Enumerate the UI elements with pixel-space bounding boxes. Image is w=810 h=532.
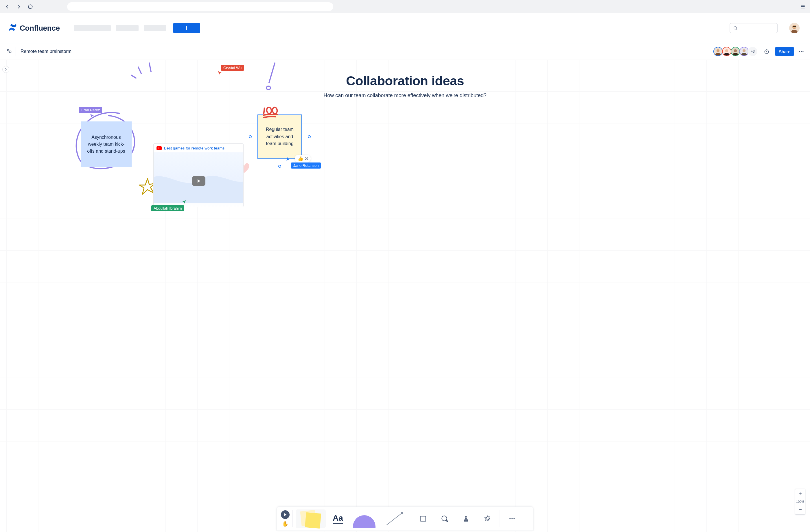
sticker-tool[interactable] — [478, 510, 497, 528]
hamburger-icon[interactable] — [799, 3, 807, 11]
canvas-heading: Collaboration ideas — [346, 73, 464, 88]
selection-handle[interactable] — [278, 165, 281, 168]
whiteboard-toolbar: ✋ Aa — [277, 506, 533, 531]
create-button[interactable] — [173, 23, 200, 33]
svg-point-19 — [266, 86, 271, 90]
svg-point-26 — [465, 516, 467, 518]
svg-point-28 — [512, 518, 513, 519]
svg-rect-6 — [9, 51, 11, 53]
zoom-in-button[interactable]: + — [795, 489, 805, 499]
toolbar-more-icon[interactable] — [503, 510, 521, 528]
svg-point-16 — [799, 51, 800, 52]
svg-point-29 — [514, 518, 515, 519]
youtube-icon — [157, 146, 162, 150]
cursor-arrow-icon — [182, 199, 186, 205]
svg-point-18 — [803, 51, 803, 52]
text-tool[interactable]: Aa — [329, 510, 347, 528]
svg-line-22 — [387, 513, 402, 525]
hundred-sticker-icon — [261, 106, 280, 120]
svg-point-23 — [401, 512, 403, 514]
cursor-tag-crystal: Crystal Wu — [221, 65, 244, 71]
page-title: Remote team brainstorm — [20, 49, 71, 54]
line-icon — [384, 510, 405, 527]
expand-sidebar-icon[interactable] — [2, 66, 9, 73]
sticky-thumb-icon — [298, 510, 323, 527]
presence-overflow[interactable]: +3 — [748, 47, 757, 56]
line-tool[interactable] — [381, 510, 408, 528]
canvas-subtitle: How can our team collaborate more effect… — [323, 93, 486, 99]
search-input[interactable] — [730, 23, 778, 33]
timer-icon[interactable] — [762, 47, 771, 56]
cursor-arrow-icon — [286, 156, 291, 163]
sticky-yellow-group: Regular team activities and team buildin… — [257, 115, 302, 159]
svg-rect-4 — [793, 26, 796, 27]
presence-avatar[interactable] — [731, 47, 740, 56]
svg-point-27 — [509, 518, 511, 519]
frame-icon — [419, 515, 427, 522]
template-tool[interactable] — [414, 510, 433, 528]
play-icon[interactable] — [192, 176, 206, 186]
zoom-out-button[interactable]: − — [795, 504, 805, 514]
thumbs-up-icon: 👍 — [298, 156, 304, 161]
exclamation-doodle-icon — [263, 62, 278, 92]
video-thumbnail — [153, 152, 243, 207]
confluence-icon — [9, 23, 17, 33]
smart-tool[interactable] — [435, 510, 454, 528]
hand-tool-icon[interactable]: ✋ — [282, 521, 288, 527]
sticky-note-blue[interactable]: Asynchronous weekly team kick-offs and s… — [81, 121, 132, 167]
video-embed[interactable]: Best games for remote work teams — [153, 144, 244, 207]
svg-point-0 — [734, 27, 736, 29]
video-title: Best games for remote work teams — [164, 146, 225, 150]
svg-point-5 — [7, 49, 9, 51]
svg-rect-24 — [421, 517, 425, 521]
nav-placeholder[interactable] — [144, 25, 166, 31]
svg-point-10 — [725, 49, 728, 52]
sticky-note-yellow[interactable]: Regular team activities and team buildin… — [257, 115, 302, 159]
semicircle-icon — [353, 510, 375, 528]
reaction-count: 3 — [305, 156, 308, 161]
globe-arrow-icon — [441, 515, 449, 522]
svg-point-21 — [272, 107, 278, 114]
nav-placeholder[interactable] — [116, 25, 139, 31]
svg-point-12 — [734, 49, 737, 52]
whiteboard-canvas[interactable]: Collaboration ideas How can our team col… — [0, 60, 810, 532]
doc-header: Remote team brainstorm +3 Share — [0, 44, 810, 60]
reaction-thumbs[interactable]: 👍 3 — [295, 155, 311, 163]
avatar[interactable] — [789, 23, 799, 33]
more-actions-icon[interactable] — [797, 47, 806, 56]
cursor-tag-abdullah: Abdullah Ibrahim — [151, 205, 184, 211]
selection-handle[interactable] — [249, 135, 252, 138]
zoom-controls: + 100% − — [795, 488, 805, 515]
stamp-tool[interactable] — [457, 510, 475, 528]
svg-point-17 — [801, 51, 801, 52]
svg-point-8 — [716, 49, 720, 52]
refresh-icon[interactable] — [27, 3, 34, 11]
zoom-value: 100% — [796, 499, 804, 504]
pointer-tool-icon[interactable] — [281, 510, 290, 519]
nav-placeholder[interactable] — [74, 25, 111, 31]
forward-icon[interactable] — [15, 3, 22, 11]
svg-point-14 — [743, 49, 746, 52]
presence-avatar[interactable] — [713, 47, 723, 56]
browser-chrome — [0, 0, 810, 13]
cursor-tag-jane: Jane Rotanson — [291, 163, 321, 169]
back-icon[interactable] — [3, 3, 11, 11]
stamp-icon — [462, 515, 470, 522]
app-name: Confluence — [20, 24, 60, 33]
share-button[interactable]: Share — [775, 47, 794, 56]
rays-doodle-icon — [128, 62, 154, 83]
presence-avatar[interactable] — [740, 47, 749, 56]
app-header: Confluence — [0, 13, 810, 43]
presence-avatar[interactable] — [722, 47, 731, 56]
sticky-tool[interactable] — [296, 510, 326, 528]
url-bar[interactable] — [67, 2, 333, 11]
presence-stack: +3 — [714, 47, 757, 56]
sparkle-badge-icon — [484, 515, 491, 522]
svg-point-20 — [266, 107, 272, 114]
search-icon — [733, 26, 738, 30]
whiteboard-icon — [6, 48, 12, 55]
shape-tool[interactable] — [350, 510, 378, 528]
selection-handle[interactable] — [308, 135, 311, 138]
confluence-logo[interactable]: Confluence — [9, 23, 60, 33]
svg-point-25 — [442, 516, 447, 521]
